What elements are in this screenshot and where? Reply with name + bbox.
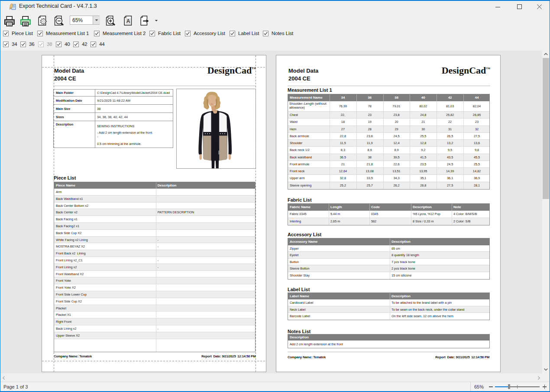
svg-text:A: A — [126, 18, 130, 24]
